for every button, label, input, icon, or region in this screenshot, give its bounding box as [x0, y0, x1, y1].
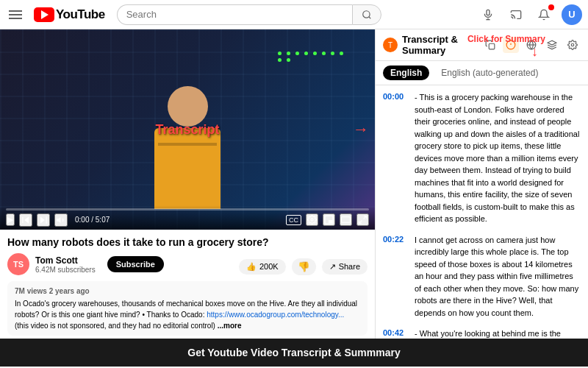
- panel-logo-icon: T: [383, 38, 398, 52]
- channel-actions: TS Tom Scott 6.42M subscribers Subscribe…: [7, 253, 368, 275]
- video-title: How many robots does it take to run a gr…: [7, 236, 368, 249]
- svg-marker-8: [40, 216, 45, 223]
- timestamp-1[interactable]: 00:22: [383, 235, 409, 319]
- cast-icon[interactable]: [506, 4, 526, 25]
- globe-icon[interactable]: [523, 37, 539, 53]
- svg-line-1: [368, 16, 370, 18]
- transcript-entry-0: 00:00 - This is a grocery packing wareho…: [383, 91, 581, 225]
- ai-icon[interactable]: [544, 37, 560, 53]
- share-button[interactable]: ↗ Share: [322, 259, 368, 275]
- notification-wrapper: [534, 4, 554, 25]
- action-row: 👍 200K 👎 ↗ Share: [239, 258, 368, 275]
- transcript-text-2: - What you're looking at behind me is th…: [415, 328, 581, 339]
- panel-title: Transcript & Summary: [402, 34, 478, 56]
- like-count: 200K: [259, 262, 279, 271]
- header: YouTube U: [0, 0, 588, 29]
- transcript-text-0: - This is a grocery packing warehouse in…: [415, 91, 581, 225]
- like-button[interactable]: 👍 200K: [239, 259, 286, 275]
- subscriber-count: 6.42M subscribers: [35, 266, 96, 274]
- youtube-play-icon: [41, 10, 49, 19]
- bottom-bar: Get Youtube Video Transcript & Summmary: [0, 339, 588, 367]
- settings-panel-icon[interactable]: [564, 37, 581, 53]
- search-input[interactable]: [117, 4, 352, 25]
- theater-button[interactable]: [340, 213, 352, 226]
- channel-avatar: TS: [7, 253, 29, 275]
- panel-header: T Transcript & Summary: [376, 29, 588, 61]
- youtube-text: YouTube: [56, 7, 105, 22]
- progress-bar[interactable]: [6, 208, 369, 210]
- channel-info: Tom Scott 6.42M subscribers: [35, 255, 96, 274]
- left-panel: Transcript → ▶: [0, 29, 375, 339]
- language-tabs: English English (auto-generated): [376, 61, 588, 85]
- svg-point-23: [571, 43, 574, 46]
- miniplayer-button[interactable]: [323, 213, 335, 226]
- transcript-entry-1: 00:22 I cannot get across on camera just…: [383, 234, 581, 319]
- share-icon: ↗: [329, 262, 336, 272]
- settings-button[interactable]: [306, 213, 318, 226]
- panel-action-buttons: [482, 37, 581, 53]
- right-panel: T Transcript & Summary: [375, 29, 588, 339]
- more-link[interactable]: ...more: [218, 322, 242, 330]
- svg-rect-13: [329, 221, 332, 223]
- language-tab-english[interactable]: English: [383, 66, 429, 80]
- description-suffix: (this video is not sponsored, and they h…: [15, 322, 218, 330]
- main-content: Transcript → ▶: [0, 29, 588, 339]
- svg-point-11: [311, 219, 313, 221]
- svg-rect-17: [489, 43, 495, 49]
- subscribe-button[interactable]: Subscribe: [107, 256, 164, 272]
- header-actions: U: [478, 4, 582, 25]
- transcript-overlay-label: Transcript: [155, 121, 219, 137]
- svg-marker-10: [57, 217, 60, 223]
- prev-button[interactable]: [19, 213, 32, 227]
- dislike-button[interactable]: 👎: [292, 258, 316, 275]
- dislike-icon: 👎: [298, 261, 310, 272]
- volume-button[interactable]: [54, 213, 68, 227]
- timestamp-0[interactable]: 00:00: [383, 92, 409, 225]
- svg-marker-6: [24, 216, 29, 223]
- transcript-text-1: I cannot get across on camera just how i…: [415, 234, 581, 319]
- video-player[interactable]: Transcript → ▶: [0, 29, 375, 230]
- search-button[interactable]: [352, 4, 381, 25]
- timestamp-2[interactable]: 00:42: [383, 328, 409, 339]
- svg-point-0: [362, 10, 369, 17]
- hamburger-menu[interactable]: [6, 7, 25, 22]
- transcript-entry-2: 00:42 - What you're looking at behind me…: [383, 328, 581, 339]
- language-tab-auto[interactable]: English (auto-generated): [434, 66, 545, 80]
- search-bar: [117, 4, 381, 25]
- svg-line-16: [359, 221, 362, 224]
- time-display: 0:00 / 5:07: [75, 216, 110, 224]
- notification-badge: [548, 4, 554, 10]
- fullscreen-button[interactable]: [356, 213, 369, 226]
- like-icon: 👍: [246, 262, 257, 272]
- transcript-content: 00:00 - This is a grocery packing wareho…: [376, 85, 588, 339]
- youtube-logo[interactable]: YouTube: [34, 7, 105, 22]
- microphone-icon[interactable]: [478, 4, 498, 25]
- video-description: 7M views 2 years ago In Ocado's grocery …: [7, 281, 368, 336]
- summary-active-icon[interactable]: [503, 37, 519, 53]
- view-count-date: 7M views 2 years ago: [15, 286, 360, 297]
- youtube-icon: [34, 7, 54, 22]
- copy-icon[interactable]: [482, 37, 498, 53]
- svg-line-15: [364, 216, 367, 219]
- video-controls: ▶ 0:00 / 5:07 CC: [0, 205, 375, 230]
- svg-rect-14: [342, 217, 351, 223]
- cc-button[interactable]: CC: [286, 215, 301, 225]
- channel-name: Tom Scott: [35, 255, 96, 266]
- svg-rect-2: [487, 10, 490, 15]
- share-label: Share: [339, 262, 360, 271]
- bottom-bar-text: Get Youtube Video Transcript & Summmary: [187, 347, 400, 358]
- avatar[interactable]: U: [562, 4, 582, 25]
- description-url[interactable]: https://www.ocadogroup.com/technology...: [207, 311, 344, 319]
- next-button[interactable]: [37, 213, 50, 227]
- video-info: How many robots does it take to run a gr…: [0, 230, 375, 281]
- play-button[interactable]: ▶: [6, 213, 15, 226]
- transcript-arrow-icon: →: [353, 120, 369, 139]
